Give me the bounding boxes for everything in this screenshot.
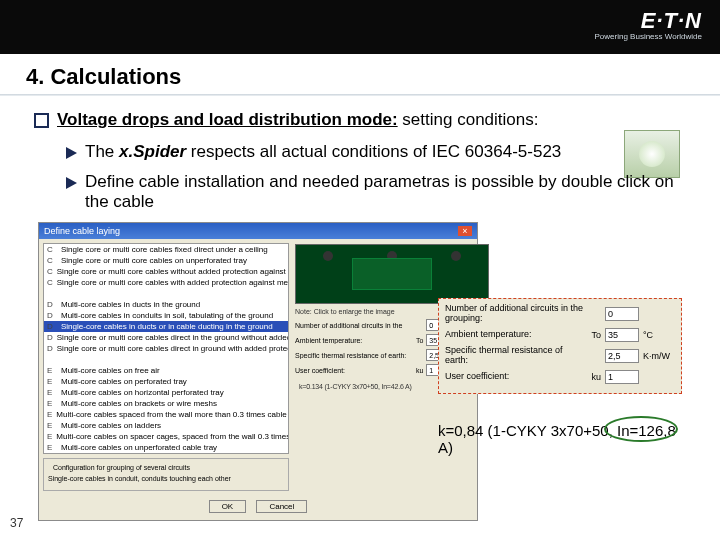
square-bullet-icon [34,113,49,128]
ov-temp-label: Ambient temperature: [445,330,575,340]
highlighted-params-overlay: Number of additional circuits in the gro… [438,298,682,394]
bullet-main: Voltage drops and load distribution mode… [34,110,686,130]
list-item[interactable] [44,288,288,299]
groupbox-title: Configuration for grouping of several ci… [50,464,193,471]
close-icon[interactable]: × [458,226,472,236]
preview-image[interactable] [295,244,489,304]
ov-circuits-input[interactable] [605,307,639,321]
resist-label: Specific thermal resistance of earth: [295,352,406,359]
ov-coeff-input[interactable] [605,370,639,384]
brand-logo: E·T·N [595,8,702,34]
ov-resist-label: Specific thermal resistance of earth: [445,346,575,366]
page-number: 37 [10,516,23,530]
sub-bullet-2-text: Define cable installation and needed par… [85,172,686,212]
list-item[interactable]: EMulti-core cables on free air [44,365,288,376]
ov-circuits-label: Number of additional circuits in the gro… [445,304,601,324]
arrow-bullet-icon [66,147,77,159]
dialog-title-text: Define cable laying [44,226,120,236]
ov-coeff-label: User coefficient: [445,372,575,382]
define-cable-dialog: Define cable laying × CSingle core or mu… [38,222,478,521]
list-item[interactable]: EMulti-core cables on perforated tray [44,376,288,387]
list-item[interactable]: EMulti-core cables on ladders [44,420,288,431]
list-item[interactable]: CSingle core or multi core cables fixed … [44,244,288,255]
heading-divider [0,94,720,96]
list-item[interactable]: DMulti-core cables in ducts in the groun… [44,299,288,310]
list-item[interactable]: DSingle core or multi core cables direct… [44,343,288,354]
brand-tagline: Powering Business Worldwide [595,32,702,41]
ov-resist-input[interactable] [605,349,639,363]
sub-bullet-1-text: The x.Spider respects all actual conditi… [85,142,561,162]
coeff-label: User coefficient: [295,367,406,374]
circuits-label: Number of additional circuits in the [295,322,423,329]
list-item[interactable]: CSingle core or multi core cables withou… [44,266,288,277]
group-item[interactable]: Single-core cables in conduit, conduits … [48,473,284,484]
list-item[interactable]: DMulti-core cables in conduits in soil, … [44,310,288,321]
list-item[interactable]: DSingle-core cables in ducts or in cable… [44,321,288,332]
bullet-main-text: Voltage drops and load distribution mode… [57,110,538,130]
arrow-bullet-icon [66,177,77,189]
green-circle-icon [604,416,678,442]
temp-label: Ambient temperature: [295,337,406,344]
laying-listbox[interactable]: CSingle core or multi core cables fixed … [43,243,289,454]
list-item[interactable] [44,354,288,365]
brand-block: E·T·N Powering Business Worldwide [595,8,702,41]
header-band: E·T·N Powering Business Worldwide [0,0,720,54]
list-item[interactable]: EMulti-core cables on horizontal perfora… [44,387,288,398]
list-item[interactable]: CSingle core or multi core cables with a… [44,277,288,288]
list-item[interactable]: EMulti-core cables on unperforated cable… [44,442,288,453]
k-formula-callout: k=0,84 (1-CYKY 3x70+50, In=126,8 A) [438,418,682,460]
list-item[interactable]: EMulti-core cables on spacer cages, spac… [44,431,288,442]
list-item[interactable]: EMulti-core cables spaced from the wall … [44,409,288,420]
list-item[interactable]: CSingle core or multi core cables on unp… [44,255,288,266]
ok-button[interactable]: OK [209,500,247,513]
ov-temp-input[interactable] [605,328,639,342]
cancel-button[interactable]: Cancel [256,500,307,513]
list-item[interactable]: DSingle core or multi core cables direct… [44,332,288,343]
list-item[interactable]: EMulti-core cables on brackets or wire m… [44,398,288,409]
slide-heading: 4. Calculations [0,54,720,94]
grouping-groupbox: Configuration for grouping of several ci… [43,458,289,491]
sub-bullet-1: The x.Spider respects all actual conditi… [34,142,686,162]
sub-bullet-2: Define cable installation and needed par… [34,172,686,212]
dialog-titlebar[interactable]: Define cable laying × [39,223,477,239]
